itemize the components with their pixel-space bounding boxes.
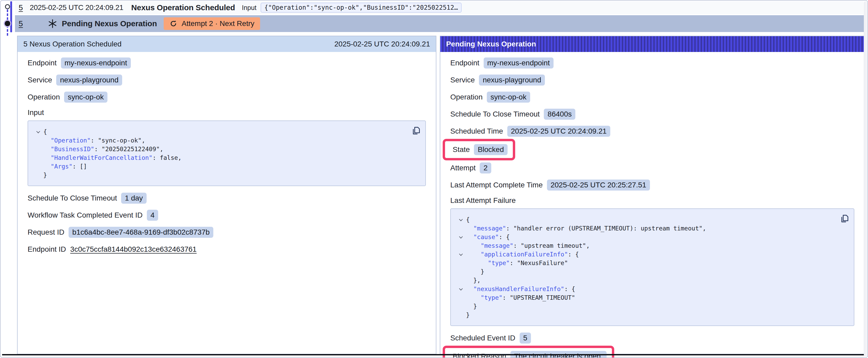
detail-field-row: Operationsync-op-ok — [450, 91, 854, 103]
field-value-chip: 5 — [520, 332, 531, 344]
asterisk-icon — [48, 19, 57, 28]
detail-field-row: Endpointmy-nexus-endpoint — [450, 57, 854, 69]
annotation-highlight-box: StateBlocked — [443, 139, 515, 160]
field-value-chip: 2025-02-25 UTC 20:24:09.21 — [507, 126, 610, 137]
code-line: "type": "UPSTREAM_TIMEOUT" — [455, 293, 835, 302]
detail-field-row: Scheduled Time2025-02-25 UTC 20:24:09.21 — [450, 126, 854, 137]
detail-field-row: Workflow Task Completed Event ID4 — [28, 209, 426, 221]
field-value-chip: b1c6a4bc-8ee7-468a-9169-df3b02c8737b — [68, 227, 213, 238]
vertical-scrollbar[interactable] — [864, 1, 867, 357]
code-line: "cause": { — [455, 232, 835, 241]
field-label: Service — [28, 76, 52, 84]
details-bottom-divider — [2, 354, 866, 355]
event-history-detail-view: 5 2025-02-25 UTC 20:24:09.21 Nexus Opera… — [0, 0, 868, 358]
field-value-chip: my-nexus-endpoint — [484, 58, 554, 68]
pending-panel-body: Endpointmy-nexus-endpointServicenexus-pl… — [440, 52, 864, 358]
detail-field-row: Schedule To Close Timeout1 day — [28, 192, 426, 204]
code-block-label: Input — [28, 108, 426, 117]
code-text: } — [466, 312, 470, 318]
field-value-chip: my-nexus-endpoint — [61, 58, 131, 68]
detail-field-row: Servicenexus-playground — [450, 74, 854, 86]
code-text: "message": "upstream timeout", — [466, 242, 590, 249]
code-text: { — [466, 216, 470, 223]
field-value-chip: 4 — [147, 210, 158, 221]
event-id-link[interactable]: 5 — [19, 20, 23, 28]
detail-field-row: Scheduled Event ID5 — [450, 332, 854, 344]
field-value-chip: 86400s — [544, 109, 575, 120]
field-value-chip: 2025-02-25 UTC 20:25:27.51 — [547, 180, 650, 191]
field-value-chip: sync-op-ok — [64, 92, 107, 103]
field-label: Scheduled Time — [450, 127, 503, 135]
selected-event-indicator — [10, 1, 12, 32]
chevron-down-icon[interactable] — [455, 253, 466, 256]
event-id-link[interactable]: 5 — [19, 3, 23, 12]
code-text: "BusinessID": "20250225122409", — [43, 146, 163, 153]
field-value-chip: Blocked — [474, 144, 507, 155]
timeline-filled-circle-icon — [5, 21, 10, 26]
field-label: Workflow Task Completed Event ID — [28, 211, 143, 220]
field-label: Scheduled Event ID — [450, 334, 516, 342]
field-label: Request ID — [28, 228, 64, 236]
scheduled-panel-title: 5 Nexus Operation Scheduled — [23, 40, 122, 48]
field-value-link[interactable]: 3c0c75ccfa8144b092c13ce632463761 — [70, 245, 196, 254]
retry-badge-label: Attempt 2 · Next Retry — [182, 20, 254, 28]
code-line: "message": "upstream timeout", — [455, 241, 835, 250]
detail-field-row: Last Attempt Complete Time2025-02-25 UTC… — [450, 179, 854, 191]
chevron-down-icon[interactable] — [455, 288, 466, 290]
code-line: { — [455, 215, 835, 224]
code-text: }, — [466, 277, 480, 284]
code-line: } — [455, 302, 835, 311]
detail-field-row: Request IDb1c6a4bc-8ee7-468a-9169-df3b02… — [28, 227, 426, 238]
code-line: "type": "NexusFailure" — [455, 259, 835, 267]
field-value-chip: sync-op-ok — [487, 92, 530, 103]
pending-panel-header: Pending Nexus Operation — [440, 36, 864, 52]
retry-attempt-badge: Attempt 2 · Next Retry — [164, 17, 260, 30]
pending-event-title: Pending Nexus Operation — [62, 19, 157, 28]
field-label: Endpoint ID — [28, 245, 66, 254]
detail-field-row: StateBlocked — [450, 142, 854, 157]
code-block-label: Last Attempt Failure — [450, 196, 854, 205]
code-line: "applicationFailureInfo": { — [455, 250, 835, 259]
copy-icon[interactable] — [411, 126, 421, 135]
field-value-chip: 1 day — [121, 193, 147, 204]
input-preview-chip[interactable]: {"Operation":"sync-op-ok","BusinessID":"… — [260, 3, 462, 12]
code-line: "nexusHandlerFailureInfo": { — [455, 285, 835, 293]
code-line: "Args": [] — [32, 162, 407, 171]
code-text: { — [43, 128, 47, 135]
field-label: Endpoint — [450, 59, 479, 67]
event-row-nexus-operation-scheduled[interactable]: 5 2025-02-25 UTC 20:24:09.21 Nexus Opera… — [15, 1, 863, 14]
code-line: "BusinessID": "20250225122409", — [32, 144, 407, 153]
code-line: }, — [455, 276, 835, 285]
code-text: "type": "NexusFailure" — [466, 260, 568, 266]
detail-field-row: Endpointmy-nexus-endpoint — [28, 57, 426, 69]
field-label: Service — [450, 76, 475, 84]
code-line: "HandlerWaitForCancellation": false, — [32, 153, 407, 162]
event-timestamp: 2025-02-25 UTC 20:24:09.21 — [30, 3, 123, 12]
detail-field-row: Attempt2 — [450, 162, 854, 174]
json-code-block: { "Operation": "sync-op-ok", "BusinessID… — [28, 121, 426, 186]
scheduled-panel-timestamp: 2025-02-25 UTC 20:24:09.21 — [335, 40, 430, 48]
code-line: } — [455, 311, 835, 319]
code-text: "HandlerWaitForCancellation": false, — [43, 154, 182, 161]
field-label: Schedule To Close Timeout — [28, 194, 117, 202]
code-line: } — [32, 171, 407, 179]
code-text: } — [466, 268, 484, 275]
copy-icon[interactable] — [840, 214, 849, 223]
field-label: Endpoint — [28, 59, 57, 67]
event-title: Nexus Operation Scheduled — [131, 3, 235, 12]
field-value-chip: nexus-playground — [479, 74, 545, 86]
chevron-down-icon[interactable] — [455, 236, 466, 238]
chevron-down-icon[interactable] — [455, 218, 466, 221]
field-label: State — [453, 145, 470, 154]
field-label: Last Attempt Complete Time — [450, 181, 543, 189]
code-line: "message": "handler error (UPSTREAM_TIME… — [455, 224, 835, 232]
field-label: Attempt — [450, 164, 475, 172]
code-text: "Operation": "sync-op-ok", — [43, 137, 145, 144]
scheduled-panel-body: Endpointmy-nexus-endpointServicenexus-pl… — [18, 52, 436, 255]
code-text: } — [43, 172, 47, 178]
code-line: { — [32, 127, 407, 136]
detail-field-row: Endpoint ID3c0c75ccfa8144b092c13ce632463… — [28, 243, 426, 255]
event-row-pending-nexus-operation[interactable]: 5 Pending Nexus Operation Attempt 2 · Ne… — [15, 15, 865, 32]
chevron-down-icon[interactable] — [32, 130, 43, 133]
field-label: Operation — [450, 93, 483, 101]
